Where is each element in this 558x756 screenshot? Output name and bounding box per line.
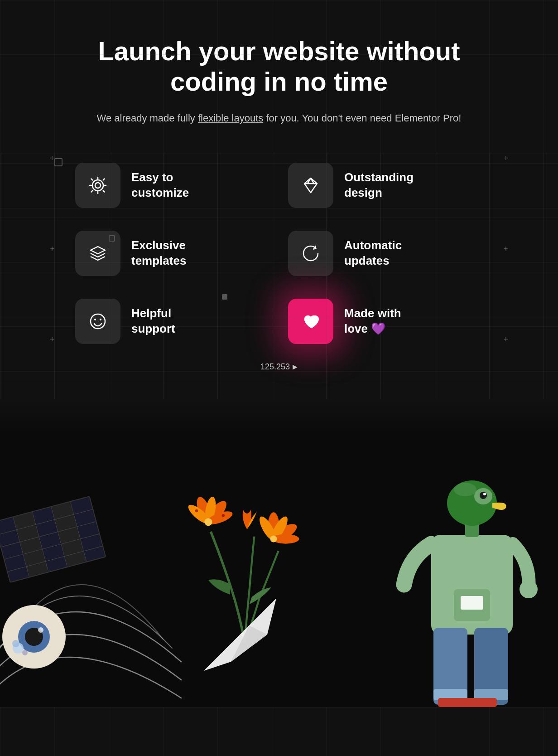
hero-subtitle: We already made fully flexible layouts f…	[91, 110, 467, 126]
hero-title: Launch your website without coding in no…	[91, 36, 467, 97]
svg-point-38	[483, 493, 486, 495]
svg-point-2	[94, 319, 96, 320]
feature-label-templates: Exclusivetemplates	[131, 238, 186, 269]
svg-point-39	[454, 483, 476, 496]
counter-line: 125.253 ▶	[54, 362, 504, 372]
plus-decoration-5: +	[50, 335, 55, 344]
eye-svg	[0, 603, 68, 671]
feature-label-design: Outstandingdesign	[344, 170, 414, 201]
svg-point-10	[22, 650, 28, 655]
radar-svg	[0, 480, 190, 707]
feature-label-love: Made withlove 💜	[344, 306, 401, 337]
square-decoration	[54, 158, 63, 166]
svg-point-37	[480, 492, 487, 499]
features-grid: Easy tocustomize Outstandingdesign	[75, 163, 483, 344]
gear-icon	[88, 175, 108, 195]
svg-point-16	[204, 518, 212, 526]
plus-decoration-4: +	[503, 244, 508, 254]
svg-point-0	[95, 183, 101, 188]
svg-rect-33	[438, 698, 497, 707]
heart-icon	[301, 311, 321, 331]
collage-section	[0, 399, 558, 707]
feature-templates: Exclusivetemplates	[75, 231, 270, 276]
plus-decoration-1: +	[50, 154, 55, 163]
feature-label-customize: Easy tocustomize	[131, 170, 189, 201]
feature-label-support: Helpfulsupport	[131, 306, 175, 337]
counter-value: 125.253	[260, 362, 290, 372]
feature-updates: Automaticupdates	[288, 231, 483, 276]
diamond-icon	[301, 175, 321, 195]
collage-gradient	[0, 399, 558, 435]
plus-decoration-2: +	[503, 154, 508, 163]
svg-point-7	[38, 627, 43, 633]
svg-point-28	[520, 580, 538, 598]
eye-collage	[0, 603, 68, 671]
feature-icon-box-design	[288, 163, 333, 208]
layers-icon	[88, 243, 108, 263]
feature-label-updates: Automaticupdates	[344, 238, 402, 269]
plane-collage	[195, 589, 285, 680]
plus-decoration-3: +	[50, 244, 55, 254]
duck-svg	[395, 453, 549, 707]
feature-customize: Easy tocustomize	[75, 163, 270, 208]
plus-decoration-6: +	[503, 335, 508, 344]
counter-arrow: ▶	[293, 363, 298, 370]
square-decoration-2	[109, 235, 115, 242]
feature-icon-box-customize	[75, 163, 120, 208]
feature-icon-box-support	[75, 299, 120, 344]
refresh-icon	[301, 243, 321, 263]
feature-love: Made withlove 💜	[288, 299, 483, 344]
svg-point-9	[12, 640, 19, 647]
svg-rect-27	[461, 596, 483, 610]
flexible-layouts-link[interactable]: flexible layouts	[198, 112, 263, 124]
feature-design: Outstandingdesign	[288, 163, 483, 208]
hero-section: Launch your website without coding in no…	[0, 0, 558, 154]
feature-support: Helpfulsupport	[75, 299, 270, 344]
feature-icon-box-updates	[288, 231, 333, 276]
radar-decoration	[0, 480, 190, 707]
features-section: + + + + + + Easy tocustomize	[0, 154, 558, 399]
feature-icon-box-love	[288, 299, 333, 344]
dot-decoration	[222, 294, 227, 300]
plane-svg	[195, 589, 285, 680]
svg-point-24	[270, 535, 277, 542]
smiley-icon	[88, 311, 108, 331]
svg-point-3	[100, 319, 101, 320]
duck-person-collage	[395, 453, 549, 707]
